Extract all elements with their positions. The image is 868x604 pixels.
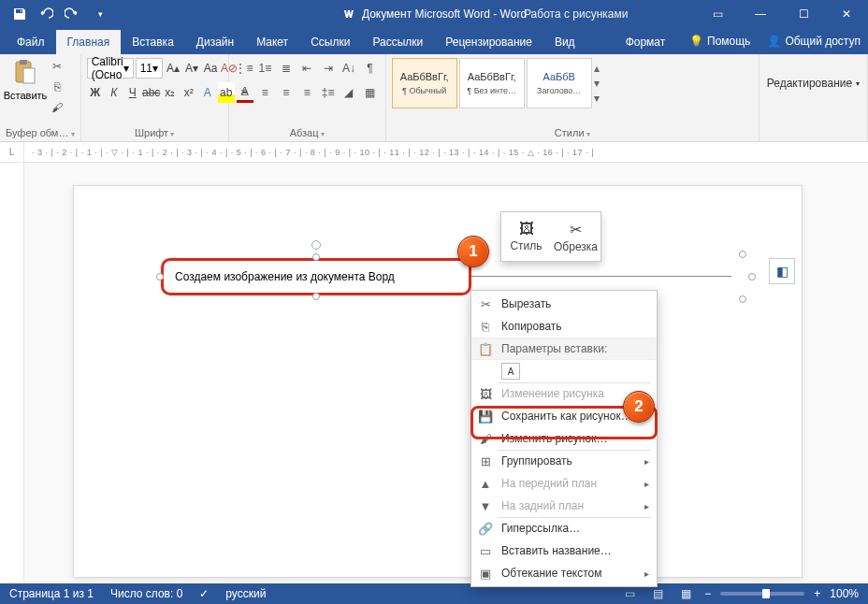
menu-edit-picture[interactable]: 🖌Изменить рисунок…: [471, 427, 657, 450]
status-page[interactable]: Страница 1 из 1: [9, 587, 94, 600]
help-button[interactable]: 💡Помощь: [689, 35, 750, 48]
inc-indent-icon[interactable]: ⇥: [318, 58, 337, 79]
cut-icon[interactable]: ✂: [49, 58, 65, 75]
multilevel-icon[interactable]: ≣: [277, 58, 296, 79]
italic-button[interactable]: К: [106, 82, 123, 103]
tab-design[interactable]: Дизайн: [185, 30, 245, 54]
minimize-icon[interactable]: —: [739, 0, 782, 28]
style-nospace[interactable]: АаБбВвГг,¶ Без инте…: [459, 58, 525, 108]
caption-icon: ▭: [477, 544, 494, 558]
save-icon[interactable]: [7, 2, 32, 26]
superscript-button[interactable]: x²: [181, 82, 197, 103]
group-icon: ⊞: [477, 454, 494, 468]
style-heading1[interactable]: АаБбВЗаголово…: [527, 58, 592, 108]
dec-indent-icon[interactable]: ⇤: [297, 58, 316, 79]
ribbon: Вставить ✂ ⎘ 🖌 Буфер обм… Calibri (Осно▾…: [0, 54, 868, 142]
tab-references[interactable]: Ссылки: [299, 30, 361, 54]
menu-bring-front[interactable]: ▲На передний план▸: [471, 472, 657, 495]
close-icon[interactable]: ✕: [825, 0, 868, 28]
mini-crop-button[interactable]: ✂Обрезка: [551, 212, 600, 261]
ribbon-options-icon[interactable]: ▭: [696, 0, 739, 28]
tab-mailings[interactable]: Рассылки: [361, 30, 434, 54]
underline-button[interactable]: Ч: [124, 82, 141, 103]
print-layout-icon[interactable]: ▤: [648, 586, 667, 601]
status-language[interactable]: русский: [225, 587, 266, 600]
menu-send-back[interactable]: ▼На задний план▸: [471, 495, 657, 517]
subscript-button[interactable]: x₂: [162, 82, 179, 103]
tab-view[interactable]: Вид: [543, 30, 586, 54]
crop-icon: ✂: [570, 221, 582, 238]
tab-file[interactable]: Файл: [6, 30, 56, 54]
font-name-select[interactable]: Calibri (Осно▾: [87, 58, 134, 79]
qat-customize-icon[interactable]: ▾: [88, 2, 112, 26]
align-center-icon[interactable]: ≡: [255, 82, 274, 103]
justify-icon[interactable]: ≡: [297, 82, 316, 103]
horizontal-ruler[interactable]: · 3 · | · 2 · | · 1 · | · ▽ · | · 1 · | …: [24, 148, 868, 157]
align-right-icon[interactable]: ≡: [277, 82, 296, 103]
bullets-icon[interactable]: ⋮≡: [235, 58, 253, 79]
menu-text-wrap[interactable]: ▣Обтекание текстом▸: [471, 562, 657, 584]
status-words[interactable]: Число слов: 0: [110, 587, 182, 600]
maximize-icon[interactable]: ☐: [782, 0, 825, 28]
format-painter-icon[interactable]: 🖌: [49, 99, 65, 116]
align-left-icon[interactable]: ≡: [235, 82, 253, 103]
tab-format[interactable]: Формат: [615, 30, 677, 54]
numbering-icon[interactable]: 1≡: [255, 58, 274, 79]
resize-handle-left[interactable]: [156, 273, 164, 280]
selected-text-object[interactable]: Создаем изображение из документа Ворд: [161, 258, 471, 295]
tab-insert[interactable]: Вставка: [121, 30, 185, 54]
ribbon-tabs: Файл Главная Вставка Дизайн Макет Ссылки…: [0, 28, 868, 54]
menu-insert-caption[interactable]: ▭Вставить название…: [471, 539, 657, 562]
text-effects-icon[interactable]: A: [199, 82, 216, 103]
send-back-icon: ▼: [477, 499, 494, 513]
copy-icon[interactable]: ⎘: [49, 79, 65, 95]
shading-icon[interactable]: ◢: [340, 82, 358, 103]
zoom-level[interactable]: 100%: [830, 587, 859, 600]
callout-2: 2: [623, 391, 655, 423]
tab-layout[interactable]: Макет: [245, 30, 299, 54]
mini-style-button[interactable]: 🖼Стиль: [501, 212, 551, 261]
show-marks-icon[interactable]: ¶: [360, 58, 379, 79]
resize-handle-right[interactable]: [748, 273, 756, 280]
resize-handle-bottom[interactable]: [312, 293, 320, 300]
styles-more[interactable]: ▴▾▾: [594, 58, 609, 108]
menu-hyperlink[interactable]: 🔗Гиперссылка…: [471, 517, 657, 539]
shrink-font-icon[interactable]: A▾: [183, 58, 200, 79]
strike-button[interactable]: abc: [143, 82, 160, 103]
zoom-in-icon[interactable]: +: [814, 587, 820, 600]
undo-icon[interactable]: [34, 2, 58, 26]
grow-font-icon[interactable]: A▴: [165, 58, 181, 79]
paste-button[interactable]: Вставить: [6, 58, 45, 116]
page[interactable]: [73, 185, 803, 578]
style-normal[interactable]: АаБбВвГг,¶ Обычный: [392, 58, 457, 108]
rotate-handle-icon[interactable]: [311, 240, 321, 250]
menu-cut[interactable]: ✂Вырезать: [471, 293, 657, 315]
menu-group[interactable]: ⊞Группировать▸: [471, 450, 657, 472]
resize-handle-top[interactable]: [312, 253, 320, 261]
editing-button[interactable]: Редактирование▾: [765, 58, 861, 108]
resize-handle-tr[interactable]: [739, 251, 746, 258]
sort-icon[interactable]: A↓: [340, 58, 358, 79]
change-case-icon[interactable]: Aa: [202, 58, 219, 79]
layout-options-icon[interactable]: ◧: [769, 258, 795, 284]
status-proofing-icon[interactable]: ✓: [199, 587, 209, 600]
document-area: [0, 163, 868, 583]
redo-icon[interactable]: [60, 2, 84, 26]
borders-icon[interactable]: ▦: [360, 82, 379, 103]
resize-handle-br[interactable]: [739, 295, 746, 303]
change-picture-icon: 🖼: [477, 387, 494, 401]
zoom-out-icon[interactable]: −: [704, 587, 711, 600]
tab-home[interactable]: Главная: [56, 30, 122, 54]
web-layout-icon[interactable]: ▦: [676, 586, 695, 601]
menu-copy[interactable]: ⎘Копировать: [471, 315, 657, 338]
line-spacing-icon[interactable]: ‡≡: [318, 82, 337, 103]
zoom-slider[interactable]: [720, 592, 804, 596]
bold-button[interactable]: Ж: [87, 82, 104, 103]
vertical-ruler[interactable]: [0, 163, 24, 583]
menu-paste-option[interactable]: A: [471, 360, 657, 382]
ruler-row: L · 3 · | · 2 · | · 1 · | · ▽ · | · 1 · …: [0, 142, 868, 163]
font-size-select[interactable]: 11▾: [136, 58, 163, 79]
read-mode-icon[interactable]: ▭: [620, 586, 639, 601]
share-button[interactable]: 👤Общий доступ: [767, 35, 861, 48]
tab-review[interactable]: Рецензирование: [434, 30, 543, 54]
